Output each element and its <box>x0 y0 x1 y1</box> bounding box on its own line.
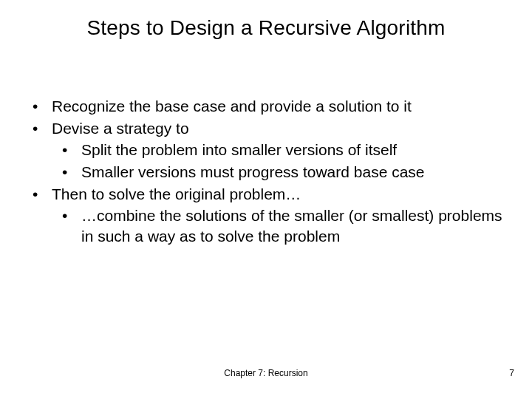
sub-bullet-list: …combine the solutions of the smaller (o… <box>52 205 502 248</box>
list-item: Smaller versions must progress toward ba… <box>52 162 502 183</box>
slide: Steps to Design a Recursive Algorithm Re… <box>0 0 532 399</box>
bullet-text: Smaller versions must progress toward ba… <box>81 163 425 180</box>
footer-chapter: Chapter 7: Recursion <box>0 368 532 378</box>
slide-title: Steps to Design a Recursive Algorithm <box>0 16 532 40</box>
bullet-text: Recognize the base case and provide a so… <box>52 98 412 115</box>
bullet-list: Recognize the base case and provide a so… <box>22 96 502 247</box>
list-item: Split the problem into smaller versions … <box>52 140 502 160</box>
bullet-text: Split the problem into smaller versions … <box>81 141 397 158</box>
list-item: …combine the solutions of the smaller (o… <box>52 205 502 248</box>
list-item: Devise a strategy to Split the problem i… <box>22 118 502 183</box>
list-item: Recognize the base case and provide a so… <box>22 96 502 117</box>
sub-bullet-list: Split the problem into smaller versions … <box>52 140 502 183</box>
bullet-text: Devise a strategy to <box>52 120 189 137</box>
page-number: 7 <box>509 368 514 378</box>
bullet-text: Then to solve the original problem… <box>52 185 301 202</box>
slide-body: Recognize the base case and provide a so… <box>22 96 502 248</box>
list-item: Then to solve the original problem… …com… <box>22 184 502 247</box>
bullet-text: …combine the solutions of the smaller (o… <box>81 207 502 245</box>
